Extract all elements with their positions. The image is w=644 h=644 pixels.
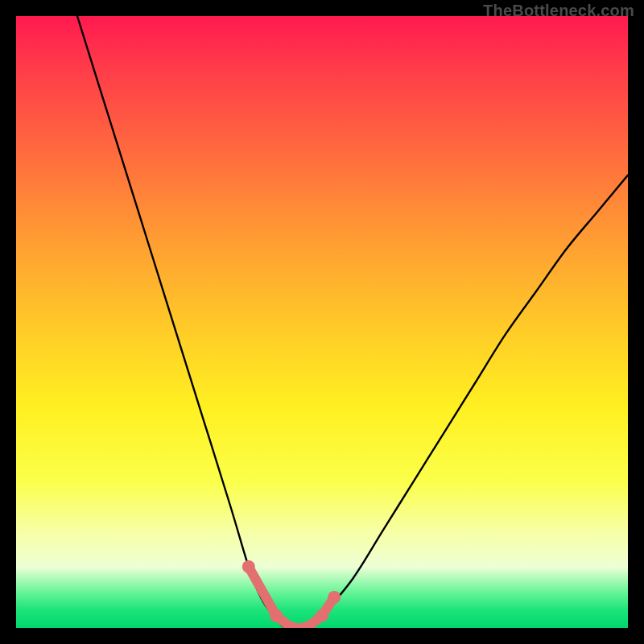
highlight-dot [242, 560, 255, 573]
highlight-dot [316, 609, 328, 622]
bottleneck-curve-path [77, 16, 628, 628]
chart-plot-area [16, 16, 628, 628]
highlight-markers [242, 560, 341, 628]
highlight-segment [249, 567, 276, 616]
bottleneck-curve [16, 16, 628, 628]
highlight-dot [328, 591, 341, 604]
chart-frame: TheBottleneck.com [0, 0, 644, 644]
highlight-dot [270, 609, 283, 622]
